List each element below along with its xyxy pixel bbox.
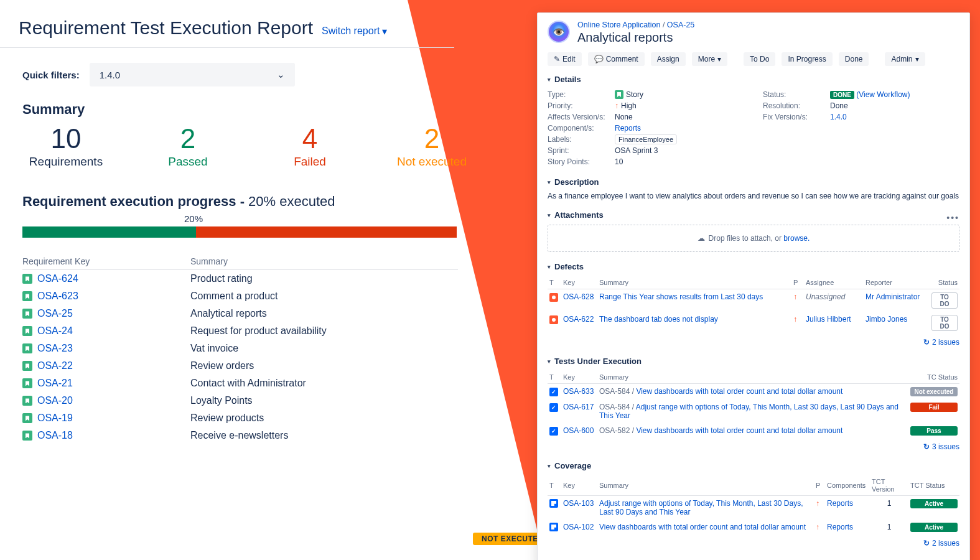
table-row: OSA-600 OSA-582 / View dashboards with t… — [548, 423, 959, 439]
test-icon — [549, 388, 558, 396]
view-workflow-link[interactable]: (View Workflow) — [856, 90, 910, 99]
requirement-key-link[interactable]: OSA-18 — [22, 430, 190, 441]
requirement-key-link[interactable]: OSA-21 — [22, 378, 190, 389]
chevron-down-icon: ▾ — [382, 26, 387, 37]
project-avatar — [548, 21, 570, 43]
assign-button[interactable]: Assign — [651, 52, 686, 66]
coverage-summary-link[interactable]: Adjust range with options of Today, This… — [599, 499, 803, 516]
tests-section-header[interactable]: ▾Tests Under Execution — [548, 357, 959, 366]
reporter-link[interactable]: Jimbo Jones — [866, 315, 907, 324]
coverage-key-link[interactable]: OSA-103 — [563, 499, 594, 508]
requirement-key-link[interactable]: OSA-24 — [22, 325, 190, 337]
comment-button[interactable]: 💬Comment — [588, 52, 645, 66]
version-filter-dropdown[interactable]: 1.4.0 ⌄ — [90, 63, 295, 86]
col-header-key: Requirement Key — [22, 256, 190, 266]
tests-issues-link[interactable]: 3 issues — [923, 442, 959, 451]
breadcrumb-issue[interactable]: OSA-25 — [667, 21, 694, 29]
component-link[interactable]: Reports — [615, 124, 641, 133]
issue-title: Analytical reports — [577, 30, 694, 45]
tc-status-badge: Not executed — [910, 387, 958, 396]
status-pill: TO DO — [931, 292, 958, 309]
description-section-header[interactable]: ▾Description — [548, 177, 959, 187]
requirement-summary: Vat invoice — [190, 343, 238, 354]
assignee-link[interactable]: Julius Hibbert — [806, 315, 851, 324]
chevron-down-icon: ▾ — [548, 212, 551, 218]
requirement-summary: Receive e-newsletters — [190, 430, 288, 441]
breadcrumb-project[interactable]: Online Store Application — [577, 21, 660, 29]
test-key-link[interactable]: OSA-633 — [563, 387, 594, 396]
attachments-dropzone[interactable]: Drop files to attach, or browse. — [548, 225, 959, 252]
defect-key-link[interactable]: OSA-622 — [563, 315, 594, 324]
table-row: OSA-633 OSA-584 / View dashboards with t… — [548, 384, 959, 400]
requirement-key-link[interactable]: OSA-22 — [22, 360, 190, 371]
issue-toolbar: ✎Edit 💬Comment Assign More ▾ To Do In Pr… — [548, 52, 959, 66]
test-summary-link[interactable]: View dashboards with total order count a… — [636, 426, 842, 435]
story-icon — [615, 90, 623, 99]
requirement-key-link[interactable]: OSA-623 — [22, 291, 190, 302]
testcase-icon — [549, 523, 558, 531]
test-summary-link[interactable]: Adjust range with options of Today, This… — [599, 403, 898, 420]
attachments-section-header[interactable]: ▾Attachments — [548, 210, 604, 220]
progress-bar — [22, 226, 457, 238]
defect-summary-link[interactable]: Range This Year shows results from Last … — [599, 292, 763, 301]
requirement-key-link[interactable]: OSA-25 — [22, 308, 190, 319]
coverage-key-link[interactable]: OSA-102 — [563, 523, 594, 531]
testcase-icon — [549, 499, 558, 508]
passed-count: 2 — [144, 124, 231, 154]
test-key-link[interactable]: OSA-617 — [563, 403, 594, 411]
tc-status-badge: Pass — [910, 426, 958, 436]
more-button[interactable]: More ▾ — [692, 52, 727, 66]
inprogress-button[interactable]: In Progress — [782, 52, 832, 66]
priority-high-icon: ↑ — [793, 315, 797, 324]
details-section-header[interactable]: ▾Details — [548, 75, 959, 84]
done-button[interactable]: Done — [839, 52, 869, 66]
defects-issues-link[interactable]: 2 issues — [923, 338, 959, 347]
summary-heading: Summary — [22, 101, 460, 118]
edit-button[interactable]: ✎Edit — [548, 52, 582, 66]
chevron-down-icon: ⌄ — [277, 69, 285, 80]
bug-icon — [549, 315, 558, 324]
tct-status-badge: Active — [910, 499, 958, 508]
progress-heading: Requirement execution progress - 20% exe… — [22, 194, 460, 210]
table-row: OSA-22Review orders — [22, 357, 458, 375]
coverage-table: T Key Summary P Components TCT Version T… — [548, 475, 959, 535]
defect-key-link[interactable]: OSA-628 — [563, 292, 594, 301]
table-row: OSA-628 Range This Year shows results fr… — [548, 289, 959, 312]
requirement-summary: Product rating — [190, 273, 253, 284]
fix-version-link[interactable]: 1.4.0 — [830, 113, 847, 121]
component-link[interactable]: Reports — [827, 499, 853, 508]
requirement-key-link[interactable]: OSA-19 — [22, 413, 190, 424]
attachments-more-icon[interactable]: ••• — [946, 213, 959, 223]
cloud-upload-icon — [698, 234, 709, 243]
requirement-summary: Review orders — [190, 360, 254, 371]
story-icon — [22, 361, 32, 371]
admin-button[interactable]: Admin ▾ — [885, 52, 925, 66]
table-row: OSA-20Loyalty Points — [22, 392, 458, 409]
coverage-summary-link[interactable]: View dashboards with total order count a… — [599, 523, 806, 531]
coverage-section-header[interactable]: ▾Coverage — [548, 461, 959, 470]
col-header-summary: Summary — [190, 256, 228, 266]
requirement-key-link[interactable]: OSA-23 — [22, 343, 190, 354]
requirement-key-link[interactable]: OSA-20 — [22, 395, 190, 406]
table-row: OSA-623Comment a product — [22, 287, 458, 305]
todo-button[interactable]: To Do — [744, 52, 775, 66]
priority-high-icon: ↑ — [793, 292, 797, 301]
switch-report-dropdown[interactable]: Switch report ▾ — [322, 26, 387, 37]
test-summary-link[interactable]: View dashboards with total order count a… — [636, 387, 842, 396]
defects-section-header[interactable]: ▾Defects — [548, 262, 959, 271]
chevron-down-icon: ▾ — [548, 358, 551, 365]
table-row: OSA-24Request for product availability — [22, 322, 458, 340]
coverage-issues-link[interactable]: 2 issues — [923, 539, 959, 548]
reporter-link[interactable]: Mr Administrator — [866, 292, 920, 301]
test-key-link[interactable]: OSA-600 — [563, 426, 594, 435]
requirements-count: 10 — [22, 124, 110, 154]
priority-high-icon: High — [615, 101, 637, 110]
component-link[interactable]: Reports — [827, 523, 853, 531]
defect-summary-link[interactable]: The dashboard tab does not display — [599, 315, 718, 324]
label-tag[interactable]: FinanceEmployee — [615, 134, 677, 144]
browse-link[interactable]: browse. — [783, 234, 810, 243]
chevron-down-icon: ▾ — [548, 264, 551, 270]
priority-high-icon: ↑ — [816, 523, 819, 531]
requirement-key-link[interactable]: OSA-624 — [22, 273, 190, 284]
tc-status-badge: Fail — [910, 403, 958, 412]
